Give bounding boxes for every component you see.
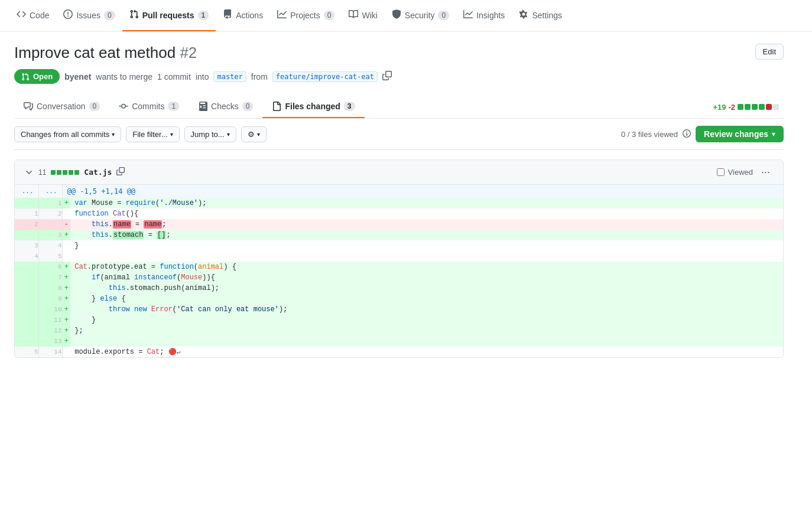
tab-checks[interactable]: Checks 0: [189, 96, 262, 118]
table-row: 1 2 function Cat(){: [15, 208, 783, 219]
new-line-num: 6: [38, 262, 62, 272]
diff-file-header: 11 Cat.js Viewed ···: [15, 160, 783, 185]
table-row: 11 + }: [15, 315, 783, 325]
projects-icon: [277, 9, 287, 21]
stat-seg-1: [738, 104, 743, 110]
changes-from-btn[interactable]: Changes from all commits ▾: [14, 126, 121, 142]
stat-seg-2: [745, 104, 751, 110]
security-icon: [392, 9, 401, 21]
new-line-num: 14: [38, 347, 62, 357]
pr-number: #2: [180, 44, 197, 61]
additions-stat: +19: [713, 103, 726, 112]
file-filter-btn[interactable]: File filter... ▾: [126, 126, 179, 142]
tab-commits[interactable]: Commits 1: [109, 96, 189, 118]
edit-button[interactable]: Edit: [755, 44, 784, 60]
stat-bar: [738, 104, 779, 110]
old-line-num: [15, 304, 38, 315]
chevron-down-icon-2: ▾: [170, 131, 173, 138]
diff-stats: +19 -2: [713, 103, 784, 112]
old-line-num: 5: [15, 347, 38, 357]
copy-path-icon[interactable]: [116, 167, 125, 177]
chevron-down-icon-3: ▾: [227, 131, 230, 138]
new-line-num: 11: [38, 315, 62, 325]
pr-badge: 1: [198, 11, 209, 20]
old-line-num: [15, 293, 38, 304]
line-code: throw new Error('Cat can only eat mouse'…: [70, 304, 783, 315]
line-code: module.exports = Cat; 🔴↵: [70, 347, 783, 357]
table-row: 10 + throw new Error('Cat can only eat m…: [15, 304, 783, 315]
review-changes-button[interactable]: Review changes ▾: [696, 126, 784, 142]
jump-to-btn[interactable]: Jump to... ▾: [184, 126, 236, 142]
line-code: this.stomach.push(animal);: [70, 283, 783, 293]
files-viewed: 0 / 3 files viewed: [621, 129, 691, 139]
line-sign: [62, 208, 70, 219]
nav-pull-requests[interactable]: Pull requests 1: [122, 0, 216, 31]
filename: Cat.js: [84, 168, 112, 177]
line-sign: +: [62, 262, 70, 272]
top-nav: Code Issues 0 Pull requests 1 Actions: [0, 0, 812, 32]
tab-files-changed[interactable]: Files changed 3: [262, 96, 364, 118]
old-line-num: [15, 272, 38, 283]
copy-branch-icon[interactable]: [382, 71, 392, 82]
diff-table: ... ... @@ -1,5 +1,14 @@ 1 + var Mouse =…: [15, 185, 783, 357]
new-line-num: 9: [38, 293, 62, 304]
old-line-num: 2: [15, 219, 38, 230]
pr-author: byenet: [64, 72, 91, 81]
table-row: 7 + if(animal instanceof(Mouse)){: [15, 272, 783, 283]
line-sign: +: [62, 325, 70, 336]
more-options-button[interactable]: ···: [758, 165, 774, 180]
table-row: 4 5: [15, 251, 783, 262]
line-sign: [62, 347, 70, 357]
open-badge: Open: [14, 69, 60, 84]
viewed-label[interactable]: Viewed: [717, 168, 753, 177]
tab-conversation[interactable]: Conversation 0: [14, 96, 109, 118]
line-code: [70, 336, 783, 347]
issue-icon: [63, 9, 73, 21]
diff-file-header-left: 11 Cat.js: [24, 167, 125, 177]
new-line-num: 4: [38, 240, 62, 251]
chevron-down-icon: ▾: [112, 131, 115, 138]
page-content: Improve cat eat method #2 Edit Open byen…: [0, 32, 798, 370]
old-line-num: [15, 230, 38, 240]
new-line-num: 12: [38, 325, 62, 336]
file-line-count: 11: [38, 168, 46, 177]
head-branch[interactable]: feature/improve-cat-eat: [272, 71, 378, 82]
viewed-checkbox[interactable]: [717, 168, 725, 176]
security-badge: 0: [438, 11, 449, 20]
pr-title: Improve cat eat method #2: [14, 44, 197, 62]
old-line-num: [15, 336, 38, 347]
pr-into-text: into: [196, 72, 209, 81]
line-sign: [62, 251, 70, 262]
old-line-num: 3: [15, 240, 38, 251]
nav-settings[interactable]: Settings: [512, 0, 569, 31]
table-row: 2 - this.name = name;: [15, 219, 783, 230]
nav-issues[interactable]: Issues 0: [56, 0, 122, 31]
new-line-num: 3: [38, 230, 62, 240]
nav-insights[interactable]: Insights: [456, 0, 512, 31]
settings-btn[interactable]: ⚙ ▾: [241, 126, 267, 142]
pr-merge-text: wants to merge: [96, 72, 152, 81]
new-line-num: 1: [38, 198, 62, 208]
new-line-num: 2: [38, 208, 62, 219]
pr-title-row: Improve cat eat method #2 Edit: [14, 44, 784, 62]
nav-code[interactable]: Code: [9, 0, 56, 31]
line-code: if(animal instanceof(Mouse)){: [70, 272, 783, 283]
old-line-num: 4: [15, 251, 38, 262]
base-branch[interactable]: master: [213, 71, 246, 82]
line-sign: +: [62, 293, 70, 304]
stat-seg-4: [759, 104, 765, 110]
nav-wiki[interactable]: Wiki: [342, 0, 384, 31]
collapse-button[interactable]: [24, 168, 34, 177]
stat-seg-5: [766, 104, 772, 110]
nav-security[interactable]: Security 0: [385, 0, 456, 31]
line-code: var Mouse = require('./Mouse');: [70, 198, 783, 208]
chevron-down-icon-4: ▾: [257, 131, 260, 138]
nav-projects[interactable]: Projects 0: [270, 0, 342, 31]
hunk-old-num: ...: [15, 185, 38, 198]
gear-icon: ⚙: [248, 130, 255, 139]
chevron-down-icon-5: ▾: [772, 131, 775, 138]
nav-actions[interactable]: Actions: [216, 0, 270, 31]
line-code: [70, 251, 783, 262]
table-row: 13 +: [15, 336, 783, 347]
info-icon[interactable]: [683, 129, 691, 139]
